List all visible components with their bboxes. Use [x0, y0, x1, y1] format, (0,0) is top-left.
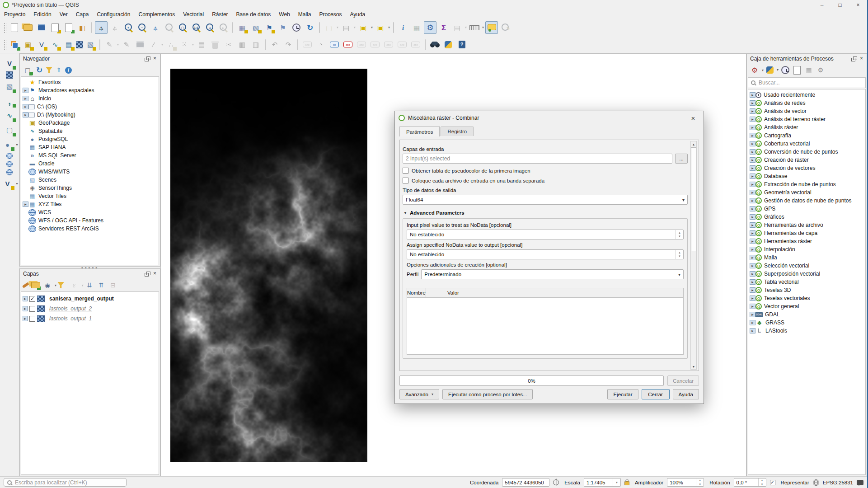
- run-button[interactable]: Ejecutar: [607, 389, 638, 399]
- collapse-all-button[interactable]: ⇑: [53, 65, 64, 75]
- add-mesh-layer-button[interactable]: ▧: [3, 80, 16, 93]
- advanced-button[interactable]: Avanzado▾: [399, 389, 439, 399]
- scripts-button[interactable]: [765, 65, 775, 75]
- help-button[interactable]: [455, 38, 468, 51]
- browser-item-wfs[interactable]: WFS / OGC API - Features: [21, 216, 159, 225]
- toolbox-item-geometria-vectorial[interactable]: Geometría vectorial: [748, 188, 865, 197]
- render-checkbox[interactable]: ✓: [770, 480, 775, 485]
- new-project-button[interactable]: [8, 21, 21, 34]
- current-edits-button[interactable]: ✎: [103, 38, 116, 51]
- crs-globe-icon[interactable]: [813, 479, 819, 486]
- layer-diagram-button[interactable]: ◔: [314, 38, 327, 51]
- cut-features-button[interactable]: ✂: [222, 38, 235, 51]
- toolbox-item-seleccion-vectorial[interactable]: Selección vectorial: [748, 262, 865, 270]
- filter-browser-button[interactable]: [46, 67, 52, 73]
- epsg-value[interactable]: EPSG:25831: [823, 480, 853, 485]
- new-map-view-button[interactable]: ▦: [236, 21, 249, 34]
- browser-item-postgresql[interactable]: PostgreSQL: [21, 135, 159, 143]
- expand-all-button[interactable]: ⇊: [84, 280, 95, 291]
- float-panel-icon[interactable]: [851, 56, 857, 61]
- add-sap-hana-layer-button[interactable]: ▦: [62, 38, 75, 51]
- toolbox-item-tabla-vectorial[interactable]: Tabla vectorial: [748, 278, 865, 286]
- menu-item[interactable]: Capa: [72, 10, 93, 19]
- magnifier-spinner[interactable]: 100%▲▼: [667, 478, 704, 487]
- pin-unpin-labels-button[interactable]: [355, 38, 368, 51]
- style-manager-button[interactable]: ◧: [76, 21, 89, 34]
- browse-button[interactable]: ...: [675, 154, 688, 164]
- creation-options-table[interactable]: NombreValor: [407, 288, 684, 355]
- zoom-native-button[interactable]: 1:1: [190, 21, 202, 34]
- python-console-button[interactable]: [442, 38, 455, 51]
- add-postgis-layer-button[interactable]: ●: [1, 138, 14, 151]
- menu-item[interactable]: Edición: [29, 10, 55, 19]
- zoom-next-button[interactable]: ▸: [217, 21, 230, 34]
- pan-to-selection-button[interactable]: [108, 21, 121, 34]
- chevron-down-icon[interactable]: ▾: [613, 479, 620, 486]
- close-button[interactable]: Cerrar: [642, 389, 670, 399]
- zoom-to-selection-button[interactable]: ▢: [163, 21, 175, 34]
- scrollbar-thumb[interactable]: [691, 147, 696, 251]
- add-record-button[interactable]: ∴: [164, 38, 177, 51]
- search-button[interactable]: [499, 21, 511, 34]
- layer-labeling-button[interactable]: [301, 38, 314, 51]
- save-project-button[interactable]: [35, 21, 48, 34]
- zoom-last-button[interactable]: ◂: [203, 21, 216, 34]
- statistics-button[interactable]: ▦: [410, 21, 423, 34]
- select-features-by-value-button[interactable]: ▤: [340, 21, 352, 34]
- zoom-full-button[interactable]: [149, 21, 162, 34]
- dialog-tab[interactable]: Registro: [441, 127, 474, 136]
- browser-item-geopackage[interactable]: GeoPackage: [21, 119, 159, 127]
- profile-select[interactable]: Predeterminado: [421, 269, 684, 279]
- measure-button[interactable]: [468, 21, 481, 34]
- toolbox-item-gestion-datos-nube-puntos[interactable]: Gestión de datos de nube de puntos: [748, 197, 865, 205]
- layer-visibility-checkbox[interactable]: [29, 306, 35, 312]
- add-vector-layer-button[interactable]: V: [3, 57, 16, 70]
- scroll-up-icon[interactable]: ▲: [691, 141, 696, 147]
- new-spatial-bookmark-button[interactable]: ⚑: [263, 21, 276, 34]
- expand-arrow-icon[interactable]: [23, 316, 28, 321]
- filter-legend-button[interactable]: [57, 282, 64, 288]
- toolbox-item-superposicion-vectorial[interactable]: Superposición vectorial: [748, 270, 865, 278]
- zoom-to-layer-button[interactable]: ▢: [176, 21, 189, 34]
- toolbox-item-grass[interactable]: GRASS: [748, 319, 865, 327]
- browser-item-c-drive[interactable]: C:\ (OS): [21, 103, 159, 111]
- add-wcs-layer-button[interactable]: [6, 161, 13, 167]
- input-layers-field[interactable]: [403, 154, 672, 164]
- toolbox-item-lastools[interactable]: LAStools: [748, 327, 865, 335]
- change-label-button[interactable]: [409, 38, 422, 51]
- refresh-browser-button[interactable]: ↻: [34, 65, 45, 75]
- browser-item-arcgis[interactable]: Servidores REST ArcGIS: [21, 225, 159, 233]
- layer-name[interactable]: lastools_output_1: [49, 315, 92, 322]
- zoom-out-button[interactable]: −: [136, 21, 148, 34]
- expand-arrow-icon[interactable]: [23, 306, 28, 311]
- vertex-tool-button[interactable]: ⁙: [178, 38, 191, 51]
- options-button[interactable]: ⚙: [815, 65, 826, 75]
- add-point-cloud-layer-button[interactable]: ▧: [84, 38, 97, 51]
- toolbox-item-gdal[interactable]: GDAL: [748, 310, 865, 319]
- scale-select[interactable]: 1:17405▾: [584, 478, 621, 487]
- add-delimited-text-layer-button[interactable]: ,: [3, 95, 16, 108]
- add-virtual-layer-button[interactable]: ▢: [3, 124, 16, 136]
- browser-item-xyz-tiles[interactable]: XYZ Tiles: [21, 200, 159, 208]
- metasearch-button[interactable]: [428, 38, 441, 51]
- refresh-map-button[interactable]: ↻: [304, 21, 316, 34]
- pseudocolor-checkbox[interactable]: [403, 168, 408, 174]
- map-tips-button[interactable]: [485, 21, 498, 34]
- browser-item-sap-hana[interactable]: SAP HANA: [21, 143, 159, 151]
- show-layout-manager-button[interactable]: [62, 21, 75, 34]
- paste-features-button[interactable]: ▥: [249, 38, 262, 51]
- add-wms-layer-button[interactable]: [6, 153, 13, 159]
- browser-item-sensorthings[interactable]: SensorThings: [21, 184, 159, 192]
- open-layer-styling-button[interactable]: [22, 282, 30, 288]
- browser-item-inicio[interactable]: Inicio: [21, 94, 159, 103]
- browser-item-d-drive[interactable]: D:\ (Mybooking): [21, 111, 159, 119]
- digitize-with-segment-button[interactable]: ∕: [147, 38, 160, 51]
- pin-labels-button[interactable]: [328, 38, 341, 51]
- save-layer-edits-button[interactable]: [134, 38, 146, 51]
- scroll-down-icon[interactable]: ▼: [691, 364, 696, 369]
- remove-layer-button[interactable]: ⊟: [108, 280, 118, 291]
- properties-widget-button[interactable]: i: [65, 67, 72, 74]
- layer-visibility-checkbox[interactable]: [29, 296, 35, 302]
- toolbox-item-database[interactable]: Database: [748, 172, 865, 180]
- layer-visibility-checkbox[interactable]: [29, 316, 35, 322]
